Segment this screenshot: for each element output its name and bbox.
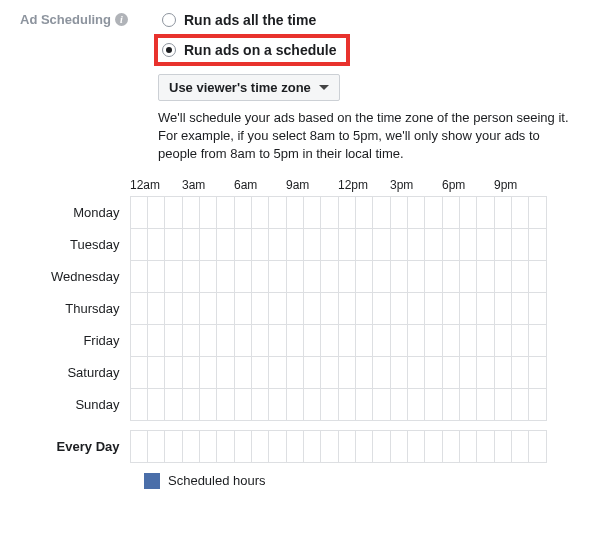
schedule-cell[interactable] <box>373 196 390 228</box>
schedule-cell[interactable] <box>494 388 511 420</box>
schedule-cell[interactable] <box>199 228 216 260</box>
schedule-cell[interactable] <box>442 430 459 462</box>
schedule-cell[interactable] <box>373 430 390 462</box>
schedule-cell[interactable] <box>234 356 251 388</box>
schedule-cell[interactable] <box>511 228 528 260</box>
schedule-cell[interactable] <box>165 388 182 420</box>
schedule-cell[interactable] <box>529 430 546 462</box>
schedule-cell[interactable] <box>130 196 147 228</box>
schedule-cell[interactable] <box>147 356 164 388</box>
info-icon[interactable]: i <box>115 13 128 26</box>
schedule-cell[interactable] <box>303 430 320 462</box>
schedule-cell[interactable] <box>286 292 303 324</box>
schedule-cell[interactable] <box>199 388 216 420</box>
schedule-cell[interactable] <box>269 324 286 356</box>
schedule-cell[interactable] <box>442 260 459 292</box>
schedule-cell[interactable] <box>477 356 494 388</box>
schedule-cell[interactable] <box>338 324 355 356</box>
schedule-cell[interactable] <box>321 356 338 388</box>
schedule-cell[interactable] <box>130 324 147 356</box>
schedule-cell[interactable] <box>182 196 199 228</box>
schedule-cell[interactable] <box>511 324 528 356</box>
schedule-cell[interactable] <box>269 292 286 324</box>
schedule-cell[interactable] <box>165 430 182 462</box>
schedule-cell[interactable] <box>165 356 182 388</box>
schedule-cell[interactable] <box>217 228 234 260</box>
schedule-cell[interactable] <box>182 260 199 292</box>
schedule-cell[interactable] <box>390 356 407 388</box>
schedule-cell[interactable] <box>407 430 424 462</box>
schedule-cell[interactable] <box>321 388 338 420</box>
schedule-cell[interactable] <box>251 260 268 292</box>
schedule-cell[interactable] <box>130 388 147 420</box>
schedule-cell[interactable] <box>529 292 546 324</box>
schedule-cell[interactable] <box>425 292 442 324</box>
schedule-cell[interactable] <box>477 430 494 462</box>
schedule-cell[interactable] <box>286 228 303 260</box>
schedule-cell[interactable] <box>199 324 216 356</box>
schedule-cell[interactable] <box>338 228 355 260</box>
schedule-cell[interactable] <box>494 356 511 388</box>
schedule-cell[interactable] <box>494 228 511 260</box>
schedule-cell[interactable] <box>425 228 442 260</box>
schedule-cell[interactable] <box>494 324 511 356</box>
schedule-cell[interactable] <box>425 260 442 292</box>
schedule-cell[interactable] <box>355 324 372 356</box>
schedule-cell[interactable] <box>251 196 268 228</box>
schedule-cell[interactable] <box>286 324 303 356</box>
schedule-cell[interactable] <box>147 292 164 324</box>
schedule-cell[interactable] <box>303 260 320 292</box>
schedule-cell[interactable] <box>234 196 251 228</box>
radio-run-on-schedule[interactable]: Run ads on a schedule <box>154 34 350 66</box>
schedule-cell[interactable] <box>234 228 251 260</box>
schedule-cell[interactable] <box>286 260 303 292</box>
schedule-cell[interactable] <box>217 388 234 420</box>
schedule-cell[interactable] <box>338 388 355 420</box>
schedule-cell[interactable] <box>390 228 407 260</box>
schedule-cell[interactable] <box>442 324 459 356</box>
schedule-cell[interactable] <box>217 196 234 228</box>
schedule-cell[interactable] <box>459 196 476 228</box>
schedule-cell[interactable] <box>390 388 407 420</box>
schedule-cell[interactable] <box>338 356 355 388</box>
schedule-cell[interactable] <box>338 260 355 292</box>
schedule-cell[interactable] <box>511 292 528 324</box>
schedule-cell[interactable] <box>477 324 494 356</box>
schedule-cell[interactable] <box>355 388 372 420</box>
schedule-cell[interactable] <box>373 388 390 420</box>
schedule-cell[interactable] <box>303 324 320 356</box>
schedule-cell[interactable] <box>390 292 407 324</box>
schedule-cell[interactable] <box>269 356 286 388</box>
schedule-cell[interactable] <box>321 260 338 292</box>
schedule-cell[interactable] <box>199 356 216 388</box>
schedule-cell[interactable] <box>511 356 528 388</box>
schedule-cell[interactable] <box>130 260 147 292</box>
schedule-cell[interactable] <box>303 228 320 260</box>
schedule-cell[interactable] <box>407 228 424 260</box>
schedule-cell[interactable] <box>217 292 234 324</box>
schedule-cell[interactable] <box>269 196 286 228</box>
schedule-cell[interactable] <box>373 260 390 292</box>
schedule-cell[interactable] <box>182 430 199 462</box>
schedule-cell[interactable] <box>251 324 268 356</box>
schedule-cell[interactable] <box>459 324 476 356</box>
schedule-cell[interactable] <box>407 260 424 292</box>
schedule-cell[interactable] <box>459 228 476 260</box>
schedule-cell[interactable] <box>165 196 182 228</box>
schedule-cell[interactable] <box>130 228 147 260</box>
schedule-cell[interactable] <box>165 260 182 292</box>
schedule-cell[interactable] <box>321 292 338 324</box>
schedule-cell[interactable] <box>217 260 234 292</box>
schedule-cell[interactable] <box>234 292 251 324</box>
schedule-cell[interactable] <box>390 260 407 292</box>
schedule-cell[interactable] <box>529 356 546 388</box>
schedule-cell[interactable] <box>373 324 390 356</box>
schedule-cell[interactable] <box>182 356 199 388</box>
schedule-cell[interactable] <box>407 356 424 388</box>
schedule-cell[interactable] <box>390 196 407 228</box>
schedule-cell[interactable] <box>130 430 147 462</box>
schedule-cell[interactable] <box>355 356 372 388</box>
schedule-cell[interactable] <box>459 430 476 462</box>
schedule-cell[interactable] <box>477 260 494 292</box>
schedule-cell[interactable] <box>529 196 546 228</box>
